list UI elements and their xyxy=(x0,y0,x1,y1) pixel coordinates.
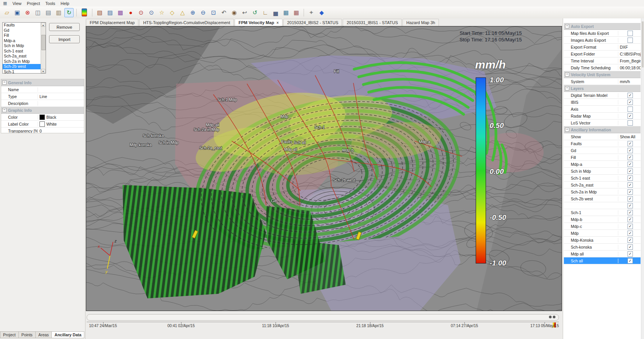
print-preview-icon[interactable]: ◫ xyxy=(33,8,43,17)
property-row-sch-2a-in-mdp[interactable]: Sch-2a in Mdp✓ xyxy=(564,188,641,195)
checkbox-sch-1-east[interactable]: ✓ xyxy=(628,175,633,181)
timeline-scrollbar-grip[interactable] xyxy=(549,316,555,318)
timeline-scrollbar[interactable] xyxy=(87,314,559,321)
section-header-velocity-unit-system[interactable]: −Velocity Unit System xyxy=(564,71,641,78)
property-value[interactable]: mm/h xyxy=(618,79,641,84)
property-row-faults[interactable]: Faults✓ xyxy=(564,140,641,147)
red-zoom-icon[interactable]: ⊙ xyxy=(136,8,146,17)
property-row-mdp-konska[interactable]: Mdp-Konska✓ xyxy=(564,237,641,244)
property-value[interactable]: ✓ xyxy=(618,203,641,208)
menu-view[interactable]: View xyxy=(12,1,21,6)
zoom-window-icon[interactable]: ⊡ xyxy=(209,8,218,17)
copy-icon[interactable]: ▤ xyxy=(44,8,53,17)
collapse-icon[interactable]: − xyxy=(565,128,569,132)
checkbox-sch-in-mdp[interactable]: ✓ xyxy=(628,169,633,174)
right-panel-scrollbar[interactable] xyxy=(641,18,644,339)
property-row-sch-2a-east[interactable]: Sch-2a_east✓ xyxy=(564,182,641,188)
property-value[interactable]: White xyxy=(38,121,84,127)
checkbox-axis[interactable] xyxy=(628,106,633,112)
property-value[interactable]: DXF xyxy=(618,45,641,49)
property-row-radar-map[interactable]: Radar Map✓ xyxy=(564,113,641,120)
polygon-region-icon[interactable]: ◇ xyxy=(168,8,177,17)
property-value[interactable]: ✓ xyxy=(618,93,641,98)
section-header-graphic-info[interactable]: −Graphic Info xyxy=(1,107,84,114)
remove-button[interactable]: Remove xyxy=(49,23,80,31)
collapse-icon[interactable]: − xyxy=(565,24,569,28)
calendar-icon[interactable]: ▦ xyxy=(292,8,301,17)
property-value[interactable]: ✓ xyxy=(618,169,641,174)
checkbox-faults[interactable]: ✓ xyxy=(628,141,633,146)
property-value[interactable]: ✓ xyxy=(618,113,641,119)
property-row-digital-terrain-model[interactable]: Digital Terrain Model✓ xyxy=(564,92,641,99)
polyline-region-icon[interactable]: △ xyxy=(178,8,187,17)
property-row-los-vector[interactable]: LoS Vector xyxy=(564,120,641,126)
export-map-icon[interactable]: ▧ xyxy=(95,8,104,17)
property-value[interactable]: ✓ xyxy=(618,237,641,243)
property-row-map-files-auto-export[interactable]: Map files Auto Export xyxy=(564,30,641,37)
property-value[interactable]: ✓ xyxy=(618,155,641,160)
property-row-blank[interactable]: ✓ xyxy=(564,202,641,209)
rotate-view-icon[interactable]: ↺ xyxy=(250,8,260,17)
section-header-auto-export[interactable]: −Auto Export xyxy=(564,23,641,30)
property-row-type[interactable]: TypeLine xyxy=(1,93,84,100)
property-row-ibis[interactable]: IBIS✓ xyxy=(564,99,641,106)
panel-tab-areas[interactable]: Areas xyxy=(36,331,52,338)
property-row-transparency[interactable]: Transparency [%]0 xyxy=(1,128,84,133)
checkbox-sch-1[interactable]: ✓ xyxy=(628,210,633,215)
checkbox-sch-2a-in-mdp[interactable]: ✓ xyxy=(628,189,633,195)
list-item-faults[interactable]: Faults xyxy=(3,23,46,28)
zoom-out-icon[interactable]: ⊖ xyxy=(199,8,208,17)
histogram-icon[interactable]: ▅ xyxy=(271,8,280,17)
property-value[interactable]: ✓ xyxy=(618,100,641,105)
property-value[interactable]: ✓ xyxy=(618,182,641,188)
property-row-show[interactable]: ShowShow All xyxy=(564,133,641,140)
property-row-time-interval[interactable]: Time IntervalFrom_Beginn xyxy=(564,57,641,64)
panel-tab-points[interactable]: Points xyxy=(19,331,36,338)
property-row-daily-time-scheduling[interactable]: Daily Time Scheduling06:00;18:00; xyxy=(564,64,641,71)
property-value[interactable]: Line xyxy=(38,94,84,99)
checkbox-mdp-konska[interactable]: ✓ xyxy=(628,237,633,243)
checkbox-mdp-b[interactable]: ✓ xyxy=(628,217,633,222)
help-icon[interactable]: ◆ xyxy=(317,8,326,17)
property-value[interactable]: C:\IBIS\Projec xyxy=(618,52,641,56)
panel-tab-ancillary-data[interactable]: Ancillary Data xyxy=(52,331,84,338)
section-header-general-info[interactable]: −General Info xyxy=(1,79,84,86)
list-item-fill[interactable]: Fill xyxy=(3,33,46,38)
zoom-in-icon[interactable]: ⊕ xyxy=(188,8,197,17)
checkbox-sch-2b-west[interactable]: ✓ xyxy=(628,196,633,201)
right-panel-scrollbar-thumb[interactable] xyxy=(642,21,644,67)
delete-icon[interactable]: ⊗ xyxy=(23,8,32,17)
property-row-export-format[interactable]: Export FormatDXF xyxy=(564,44,641,51)
checkbox-mdp[interactable]: ✓ xyxy=(628,231,633,236)
property-row-images-auto-export[interactable]: Images Auto Export xyxy=(564,37,641,44)
property-value[interactable] xyxy=(618,106,641,112)
list-item-sch-1-east[interactable]: Sch-1 east xyxy=(3,49,46,54)
key-icon[interactable]: ✦ xyxy=(307,8,316,17)
tab-fpm-velocity-map[interactable]: FPM Velocity Map× xyxy=(235,19,283,26)
list-item-gd[interactable]: Gd xyxy=(3,28,46,33)
image-marker-icon[interactable]: ▩ xyxy=(116,8,125,17)
property-row-description[interactable]: Description xyxy=(1,100,84,107)
property-row-mdp[interactable]: Mdp✓ xyxy=(564,230,641,237)
property-value[interactable]: ✓ xyxy=(618,196,641,201)
tab-hts-topplingregion-comulativedisplacement[interactable]: HTS-TopplingRegion-ComulativeDisplacemen… xyxy=(139,19,234,26)
menu-tools[interactable]: Tools xyxy=(45,1,55,6)
property-row-label-color[interactable]: Label ColorWhite xyxy=(1,121,84,128)
checkbox-radar-map[interactable]: ✓ xyxy=(628,113,633,119)
property-value[interactable]: ✓ xyxy=(618,251,641,257)
scroll-up-arrow[interactable]: ▲ xyxy=(41,23,45,27)
checkbox-gd[interactable]: ✓ xyxy=(628,148,633,153)
list-item-sch-in-mdp[interactable]: Sch in Mdp xyxy=(3,43,46,49)
checkbox-sch-konska[interactable]: ✓ xyxy=(628,244,633,250)
property-value[interactable] xyxy=(618,120,641,126)
checkbox-mdp-c[interactable]: ✓ xyxy=(628,224,633,229)
tab-20150324-ibis2-status[interactable]: 20150324_IBIS2 - STATUS xyxy=(283,19,342,26)
tab-20150331-ibis1-status[interactable]: 20150331_IBIS1 - STATUS xyxy=(343,19,402,26)
checkbox-sch-all[interactable]: ✓ xyxy=(628,258,633,264)
checkbox-mdp-a[interactable]: ✓ xyxy=(628,162,633,167)
table-icon[interactable]: ▦ xyxy=(281,8,291,17)
checkbox-mdp-all[interactable]: ✓ xyxy=(628,251,633,257)
property-row-sch-konska[interactable]: Sch-konska✓ xyxy=(564,244,641,251)
property-row-sch-1-east[interactable]: Sch-1 east✓ xyxy=(564,175,641,182)
map-viewport[interactable]: FillSch-1 MdpMdpMdp-allSch-2a in MdpSch-… xyxy=(86,26,562,311)
